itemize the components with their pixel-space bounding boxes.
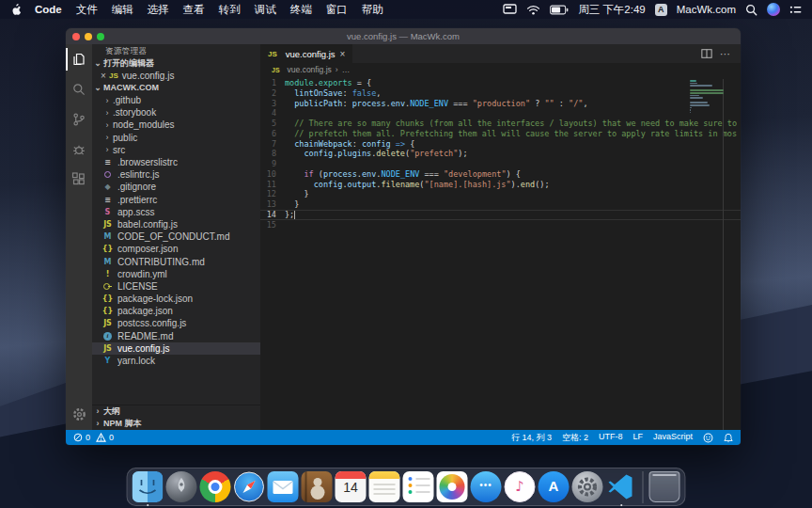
wifi-icon[interactable] [526, 5, 540, 15]
breadcrumb[interactable]: JS vue.config.js › … [260, 63, 741, 76]
explorer-icon[interactable] [66, 44, 92, 74]
file-item-crowdin.yml[interactable]: !crowdin.yml [92, 268, 260, 280]
file-item-vue.config.js[interactable]: JSvue.config.js [92, 342, 260, 355]
breadcrumb-more[interactable]: … [342, 65, 351, 74]
search-view-icon[interactable] [66, 74, 92, 104]
file-item-.eslintrc.js[interactable]: .eslintrc.js [92, 168, 260, 181]
notification-center-icon[interactable] [789, 5, 802, 15]
file-item-babel.config.js[interactable]: JSbabel.config.js [92, 218, 260, 230]
code-line-7[interactable]: 7 chainWebpack: config => { [260, 139, 741, 150]
menu-item-5[interactable]: 调试 [255, 4, 276, 15]
menu-account-text[interactable]: MacWk.com [677, 4, 736, 15]
dock-itunes[interactable] [505, 471, 536, 502]
split-editor-icon[interactable] [701, 48, 712, 59]
apple-menu[interactable] [10, 3, 22, 16]
file-item-package-lock.json[interactable]: {}package-lock.json [92, 293, 260, 305]
dock-finder[interactable] [133, 471, 164, 502]
menu-app-name[interactable]: Code [35, 4, 62, 15]
code-editor[interactable]: 1module.exports = {2 lintOnSave: false,3… [260, 76, 741, 430]
file-item-LICENSE[interactable]: LICENSE [92, 280, 260, 293]
menu-item-8[interactable]: 帮助 [362, 4, 383, 15]
open-editor-item[interactable]: × JS vue.config.js [92, 70, 260, 82]
code-line-2[interactable]: 2 lintOnSave: false, [260, 88, 741, 99]
file-item-src[interactable]: ›src [92, 144, 260, 156]
battery-icon[interactable] [550, 5, 569, 15]
code-line-3[interactable]: 3 publicPath: process.env.NODE_ENV === "… [260, 99, 741, 109]
tab-vue-config[interactable]: JS vue.config.js × [260, 44, 352, 63]
file-item-yarn.lock[interactable]: Yyarn.lock [92, 355, 260, 367]
open-editors-header[interactable]: ⌄ 打开的编辑器 [92, 57, 260, 70]
file-item-postcss.config.js[interactable]: JSpostcss.config.js [92, 317, 260, 329]
code-line-5[interactable]: 5 // There are so many chunks (from all … [260, 119, 741, 129]
settings-gear-icon[interactable] [66, 398, 92, 430]
file-item-README.md[interactable]: iREADME.md [92, 330, 260, 342]
dock-safari[interactable] [234, 471, 265, 502]
file-item-.storybook[interactable]: ›.storybook [92, 106, 260, 119]
dock-launchpad[interactable] [166, 471, 197, 502]
file-item-CODE_OF_CONDUCT.md[interactable]: MCODE_OF_CONDUCT.md [92, 230, 260, 243]
display-icon[interactable] [503, 4, 517, 15]
minimap[interactable] [690, 80, 739, 117]
problems-indicator[interactable]: 0 0 [73, 433, 114, 442]
menu-item-7[interactable]: 窗口 [326, 4, 348, 15]
file-item-app.scss[interactable]: Sapp.scss [92, 206, 260, 218]
dock-contacts[interactable] [302, 471, 333, 502]
dock-mail[interactable] [268, 471, 299, 502]
debug-icon[interactable] [66, 135, 92, 165]
file-item-.gitignore[interactable]: ◆.gitignore [92, 181, 260, 193]
project-section-header[interactable]: ⌄ MACWK.COM [92, 82, 260, 94]
close-icon[interactable]: × [98, 70, 109, 82]
code-line-4[interactable]: 4 [260, 108, 741, 119]
input-source-icon[interactable]: A [655, 4, 667, 16]
file-item-CONTRIBUTING.md[interactable]: MCONTRIBUTING.md [92, 255, 260, 267]
file-item-.github[interactable]: ›.github [92, 94, 260, 106]
dock-reminders[interactable] [403, 471, 434, 502]
status-item-2[interactable]: UTF-8 [599, 432, 623, 444]
dock-trash[interactable] [649, 471, 680, 502]
search-icon[interactable] [745, 4, 757, 16]
code-line-6[interactable]: 6 // prefetch them all. Prefetching them… [260, 129, 741, 139]
status-item-1[interactable]: 空格: 2 [562, 432, 588, 444]
dock-notes[interactable] [369, 471, 400, 502]
status-item-3[interactable]: LF [632, 432, 643, 444]
code-line-13[interactable]: 13 } [260, 199, 741, 210]
menu-item-1[interactable]: 编辑 [112, 4, 133, 15]
file-item-.browserslistrc[interactable]: ≡.browserslistrc [92, 156, 260, 168]
more-actions-icon[interactable]: ⋯ [720, 48, 731, 60]
file-item-node_modules[interactable]: ›node_modules [92, 119, 260, 131]
menu-item-3[interactable]: 查看 [183, 4, 205, 15]
menu-item-2[interactable]: 选择 [148, 4, 169, 15]
dock-photos[interactable] [437, 471, 468, 502]
menu-item-6[interactable]: 终端 [290, 4, 312, 15]
extensions-icon[interactable] [66, 165, 92, 195]
status-item-0[interactable]: 行 14, 列 3 [511, 432, 552, 444]
dock-chrome[interactable] [200, 471, 231, 502]
dock-vscode[interactable] [606, 471, 637, 502]
file-item-package.json[interactable]: {}package.json [92, 305, 260, 317]
code-line-15[interactable]: 15 [260, 220, 741, 230]
code-line-10[interactable]: 10 if (process.env.NODE_ENV === "develop… [260, 169, 741, 180]
notifications-bell-icon[interactable] [724, 433, 733, 443]
dock-messages[interactable] [471, 471, 502, 502]
window-title-bar[interactable]: vue.config.js — MacWk.com [66, 28, 741, 44]
menu-clock[interactable]: 周三 下午2:49 [578, 3, 646, 17]
file-item-public[interactable]: ›public [92, 132, 260, 144]
npm-scripts-section-header[interactable]: › NPM 脚本 [92, 418, 260, 430]
status-item-4[interactable]: JavaScript [653, 432, 693, 444]
tab-close-icon[interactable]: × [340, 49, 346, 59]
code-line-12[interactable]: 12 } [260, 189, 741, 199]
code-line-11[interactable]: 11 config.output.filename("[name].[hash]… [260, 180, 741, 190]
dock-app-store[interactable] [539, 471, 570, 502]
menu-item-4[interactable]: 转到 [219, 4, 241, 15]
menu-item-0[interactable]: 文件 [76, 4, 98, 15]
code-line-8[interactable]: 8 config.plugins.delete("prefetch"); [260, 149, 741, 159]
dock-calendar[interactable]: 14 [336, 471, 367, 502]
outline-section-header[interactable]: › 大纲 [92, 405, 260, 418]
code-line-1[interactable]: 1module.exports = { [260, 78, 741, 88]
code-line-9[interactable]: 9 [260, 159, 741, 169]
code-line-14[interactable]: 14}; [260, 210, 741, 220]
source-control-icon[interactable] [66, 104, 92, 135]
file-item-.prettierrc[interactable]: ≡.prettierrc [92, 194, 260, 206]
file-item-composer.json[interactable]: {}composer.json [92, 243, 260, 255]
dock-system-preferences[interactable] [572, 471, 603, 502]
